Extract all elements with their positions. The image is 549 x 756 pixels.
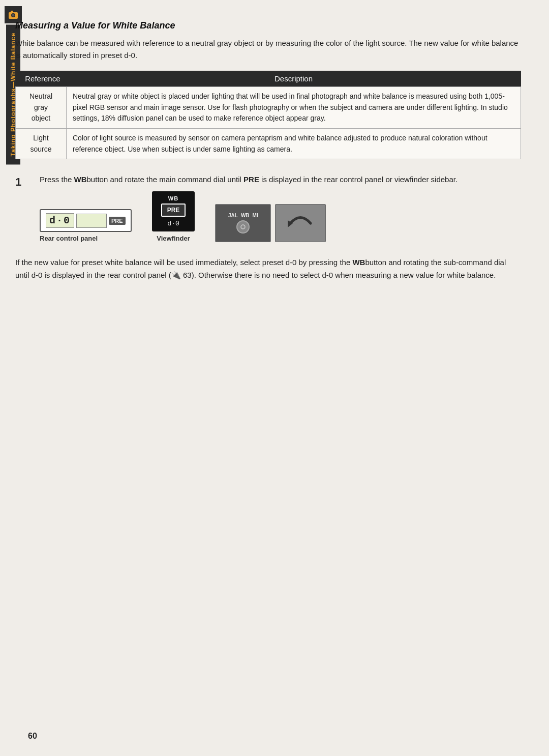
step-text-before-wb: Press the: [40, 175, 74, 184]
step-pre-label: PRE: [243, 175, 259, 184]
rear-panel-diagram: d·0 PRE Rear control panel: [40, 209, 132, 242]
rear-panel-label: Rear control panel: [40, 235, 98, 242]
step-1-section: 1 Press the WBbutton and rotate the main…: [15, 173, 521, 242]
intro-text: White balance can be measured with refer…: [15, 37, 521, 62]
rear-panel-box: d·0 PRE: [40, 209, 132, 232]
section-title: Measuring a Value for White Balance: [15, 20, 521, 31]
wb-label-wb: WB: [241, 213, 250, 218]
desc-cell-light: Color of light source is measured by sen…: [67, 129, 521, 159]
panel-pre-display: PRE: [109, 217, 126, 225]
ref-cell-light: Lightsource: [16, 129, 67, 159]
table-row: Lightsource Color of light source is mea…: [16, 129, 521, 159]
viewfinder-diagram: WB PRE d·0 Viewfinder: [152, 191, 195, 242]
wb-label-jal: JAL: [228, 213, 238, 218]
step-wb-label: WB: [74, 175, 87, 184]
camera-wb-inner: JAL WB MI: [228, 213, 258, 234]
rotate-arrow-svg: [283, 209, 318, 237]
ref-cell-neutral: Neutralgrayobject: [16, 87, 67, 129]
diagram-container: d·0 PRE Rear control panel WB PRE d·0: [40, 191, 521, 242]
step-images: JAL WB MI: [215, 204, 326, 242]
vf-d0-label: d·0: [167, 220, 179, 227]
header-description: Description: [67, 71, 521, 87]
panel-d0-display: d·0: [46, 213, 74, 228]
wb-circle: [236, 220, 250, 234]
step-text-after-wb: button and rotate the main command dial …: [87, 175, 244, 184]
page-container: Taking Photographs—White Balance Measuri…: [0, 0, 549, 756]
reference-table: Reference Description Neutralgrayobject …: [15, 71, 521, 159]
svg-point-4: [241, 225, 245, 229]
vf-pre-box: PRE: [161, 203, 186, 217]
viewfinder-label: Viewfinder: [157, 235, 190, 242]
step-text: Press the WBbutton and rotate the main c…: [40, 173, 521, 186]
ref-icon: 🔌: [171, 271, 181, 279]
step-content: Press the WBbutton and rotate the main c…: [40, 173, 521, 242]
circle-icon: [240, 224, 246, 230]
wb-label-row: JAL WB MI: [228, 213, 258, 218]
vf-wb-label: WB: [168, 195, 178, 201]
step-text-end: is displayed in the rear control panel o…: [259, 175, 458, 184]
camera-rotate-box: [275, 204, 326, 242]
desc-cell-neutral: Neutral gray or white object is placed u…: [67, 87, 521, 129]
main-content: Measuring a Value for White Balance Whit…: [0, 0, 549, 756]
bottom-text: If the new value for preset white balanc…: [15, 256, 521, 282]
step-number: 1: [15, 173, 29, 190]
table-header-row: Reference Description: [16, 71, 521, 87]
header-reference: Reference: [16, 71, 67, 87]
panel-empty-display: [76, 214, 107, 228]
wb-label-mi: MI: [253, 213, 258, 218]
page-number: 60: [28, 732, 37, 741]
viewfinder-box: WB PRE d·0: [152, 191, 195, 231]
table-row: Neutralgrayobject Neutral gray or white …: [16, 87, 521, 129]
camera-wb-box: JAL WB MI: [215, 204, 271, 242]
wb-bold-bottom: WB: [352, 258, 365, 267]
